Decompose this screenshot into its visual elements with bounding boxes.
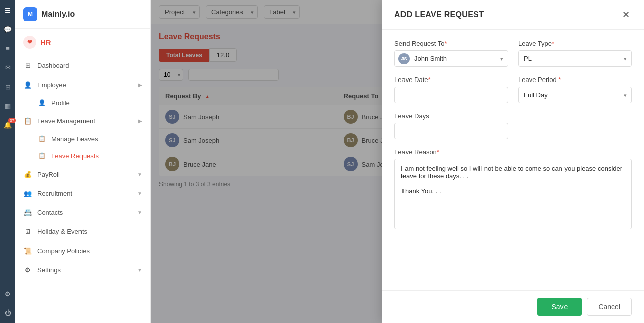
cancel-button[interactable]: Cancel <box>587 298 632 316</box>
send-to-select[interactable]: John Smith <box>394 50 508 67</box>
leave-reason-label: Leave Reason* <box>394 148 632 156</box>
sidebar-item-payroll[interactable]: 💰 PayRoll ▼ <box>15 165 150 184</box>
profile-icon: 👤 <box>37 98 46 107</box>
sidebar-item-recruitment[interactable]: 👥 Recruitment ▼ <box>15 184 150 203</box>
chevron-down-icon: ▼ <box>137 172 142 177</box>
mail-icon[interactable]: ✉ <box>3 62 13 72</box>
icon-sidebar: ☰ 💬 ≡ ✉ ⊞ ▦ 🔔 37 ⚙ ⏻ <box>0 0 15 323</box>
leave-period-label: Leave Period * <box>518 76 632 84</box>
notification-icon[interactable]: 🔔 37 <box>3 120 13 130</box>
save-button[interactable]: Save <box>537 298 582 316</box>
main-content: Project Categories Label Leave Requests … <box>151 0 644 323</box>
manage-leaves-icon: 📋 <box>37 134 46 143</box>
chevron-down-icon: ▼ <box>137 191 142 196</box>
form-group-leave-days: Leave Days 2 <box>394 112 508 139</box>
sidebar-item-settings[interactable]: ⚙ Settings ▼ <box>15 260 150 279</box>
settings-nav-icon: ⚙ <box>23 265 32 274</box>
sidebar-item-manage-leaves[interactable]: 📋 Manage Leaves <box>15 130 150 147</box>
sidebar-item-label: Contacts <box>37 209 63 216</box>
leave-days-label: Leave Days <box>394 112 508 120</box>
sidebar-item-label: Recruitment <box>37 190 72 197</box>
sidebar-item-contacts[interactable]: 📇 Contacts ▼ <box>15 203 150 222</box>
main-sidebar: M Mainly.io ❤ HR ⊞ Dashboard 👤 Employee … <box>15 0 151 323</box>
logo-icon: M <box>23 7 37 21</box>
sidebar-item-label: Leave Management <box>37 117 95 125</box>
send-to-avatar: JS <box>398 53 410 64</box>
leave-requests-icon: 📋 <box>37 151 46 160</box>
policies-icon: 📜 <box>23 246 32 255</box>
sidebar-module-label: HR <box>40 38 51 47</box>
logo-text: Mainly.io <box>41 10 75 19</box>
payroll-icon: 💰 <box>23 170 32 179</box>
hr-module-icon: ❤ <box>23 36 36 49</box>
modal-body: Send Request To* JS John Smith Leave Typ… <box>382 30 644 290</box>
modal-header: ADD LEAVE REQUEST ✕ <box>382 0 644 30</box>
sidebar-item-dashboard[interactable]: ⊞ Dashboard <box>15 56 150 75</box>
leave-type-label: Leave Type* <box>518 40 632 47</box>
sidebar-sub-label: Profile <box>51 99 70 107</box>
sidebar-item-label: PayRoll <box>37 171 60 178</box>
form-group-leave-period: Leave Period * Full Day First Half Secon… <box>518 76 632 103</box>
dashboard-icon: ⊞ <box>23 61 32 70</box>
form-row-1: Send Request To* JS John Smith Leave Typ… <box>394 40 632 67</box>
sidebar-item-profile[interactable]: 👤 Profile <box>15 94 150 111</box>
chevron-right-icon: ▶ <box>138 118 142 124</box>
contacts-icon: 📇 <box>23 208 32 217</box>
settings-icon-bottom[interactable]: ⚙ <box>3 289 13 299</box>
sidebar-sub-label: Leave Requests <box>51 152 99 160</box>
form-group-leave-type: Leave Type* PL SL CL EL <box>518 40 632 67</box>
leave-mgmt-icon: 📋 <box>23 116 32 125</box>
sidebar-item-employee[interactable]: 👤 Employee ▶ <box>15 75 150 94</box>
leave-type-select-wrap: PL SL CL EL <box>518 50 632 67</box>
modal-title: ADD LEAVE REQUEST <box>394 10 484 19</box>
modal-close-button[interactable]: ✕ <box>620 9 632 20</box>
sidebar-item-leave-management[interactable]: 📋 Leave Management ▶ <box>15 111 150 130</box>
holiday-icon: 🗓 <box>23 227 32 236</box>
leave-type-select[interactable]: PL SL CL EL <box>518 50 632 67</box>
leave-reason-textarea[interactable]: I am not feeling well so I will not be a… <box>394 159 632 229</box>
menu-icon[interactable]: ☰ <box>3 5 13 15</box>
sidebar-item-label: Company Policies <box>37 247 90 255</box>
employee-icon: 👤 <box>23 80 32 89</box>
sidebar-item-label: Settings <box>37 266 61 274</box>
chevron-down-icon: ▼ <box>137 210 142 215</box>
form-row-3: Leave Days 2 <box>394 112 632 139</box>
sidebar-module-header: ❤ HR <box>15 29 150 54</box>
sidebar-header: M Mainly.io <box>15 0 150 29</box>
leave-period-select[interactable]: Full Day First Half Second Half <box>518 87 632 103</box>
send-to-label: Send Request To* <box>394 40 508 47</box>
send-to-select-wrap: JS John Smith <box>394 50 508 67</box>
modal-footer: Save Cancel <box>382 290 644 323</box>
chevron-right-icon: ▶ <box>138 82 142 88</box>
sidebar-item-holiday-events[interactable]: 🗓 Holiday & Events <box>15 222 150 241</box>
form-group-leave-date: Leave Date* 30/03/2021 to 31/03/2021 <box>394 76 508 103</box>
form-group-empty <box>518 112 632 139</box>
sidebar-item-company-policies[interactable]: 📜 Company Policies <box>15 241 150 260</box>
sidebar-nav: ⊞ Dashboard 👤 Employee ▶ 👤 Profile 📋 Lea… <box>15 54 150 281</box>
sidebar-item-label: Employee <box>37 81 66 89</box>
sidebar-item-label: Dashboard <box>37 62 69 69</box>
leave-days-input[interactable]: 2 <box>394 123 508 139</box>
grid-icon[interactable]: ⊞ <box>3 82 13 92</box>
form-group-leave-reason: Leave Reason* I am not feeling well so I… <box>394 148 632 229</box>
chat-icon[interactable]: 💬 <box>3 24 13 34</box>
leave-period-select-wrap: Full Day First Half Second Half <box>518 87 632 103</box>
form-row-2: Leave Date* 30/03/2021 to 31/03/2021 Lea… <box>394 76 632 103</box>
recruitment-icon: 👥 <box>23 189 32 198</box>
calendar-icon[interactable]: ▦ <box>3 101 13 111</box>
notification-badge: 37 <box>8 118 16 123</box>
sidebar-item-label: Holiday & Events <box>37 228 87 235</box>
sidebar-sub-label: Manage Leaves <box>51 135 98 143</box>
chevron-down-icon: ▼ <box>137 267 142 273</box>
filter-icon[interactable]: ≡ <box>3 43 13 53</box>
leave-date-label: Leave Date* <box>394 76 508 84</box>
sidebar-item-leave-requests[interactable]: 📋 Leave Requests <box>15 147 150 165</box>
add-leave-modal: ADD LEAVE REQUEST ✕ Send Request To* JS … <box>382 0 644 323</box>
power-icon[interactable]: ⏻ <box>3 308 13 318</box>
form-group-send-to: Send Request To* JS John Smith <box>394 40 508 67</box>
leave-date-input[interactable]: 30/03/2021 to 31/03/2021 <box>394 87 508 103</box>
